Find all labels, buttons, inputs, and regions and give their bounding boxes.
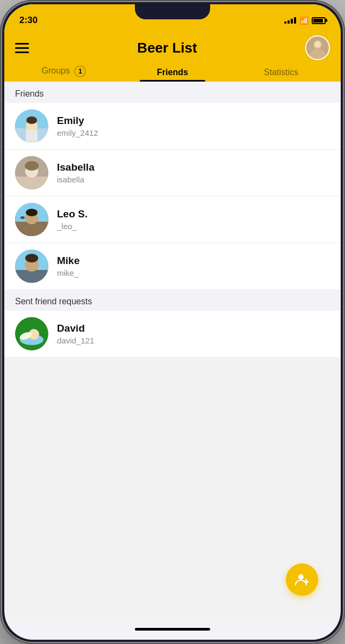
friend-info-leo: Leo S. _leo_ [57, 208, 330, 231]
phone-frame: 2:30 📶 [0, 0, 345, 644]
user-avatar[interactable] [305, 35, 330, 60]
tab-friends[interactable]: Friends [118, 62, 227, 82]
svg-rect-17 [20, 216, 25, 219]
home-bar [135, 628, 210, 631]
sent-requests-section-header: Sent friend requests [4, 289, 341, 311]
content-area: Friends [4, 82, 341, 618]
app-header: Beer List [4, 31, 341, 60]
avatar-mike [15, 250, 48, 283]
friend-item-leo[interactable]: Leo S. _leo_ [4, 196, 341, 243]
svg-point-16 [26, 209, 38, 216]
home-indicator [4, 618, 341, 640]
friend-item-emily[interactable]: Emily emily_2412 [4, 103, 341, 150]
wifi-icon: 📶 [299, 16, 308, 25]
battery-icon [312, 17, 326, 24]
phone-screen: 2:30 📶 [4, 4, 341, 640]
friend-info-david: David david_121 [57, 323, 330, 345]
friend-item-david[interactable]: David david_121 [4, 311, 341, 357]
app-title: Beer List [29, 40, 305, 56]
svg-rect-19 [15, 270, 48, 283]
status-icons: 📶 [284, 16, 326, 25]
svg-point-21 [25, 254, 38, 262]
friend-item-mike[interactable]: Mike mike_ [4, 243, 341, 289]
avatar-leo [15, 203, 48, 236]
friend-info-isabella: Isabella isabella [57, 162, 330, 184]
tab-groups[interactable]: Groups 1 [10, 60, 118, 82]
friend-username-leo: _leo_ [57, 222, 330, 231]
menu-button[interactable] [15, 43, 29, 53]
friend-name-emily: Emily [57, 115, 330, 127]
svg-point-8 [26, 116, 37, 124]
svg-point-3 [314, 41, 321, 48]
friends-list: Emily emily_2412 [4, 103, 341, 289]
friend-username-emily: emily_2412 [57, 128, 330, 137]
add-friend-fab[interactable] [286, 564, 318, 596]
friend-username-isabella: isabella [57, 175, 330, 184]
sent-requests-list: David david_121 [4, 311, 341, 357]
friend-name-leo: Leo S. [57, 208, 330, 220]
friend-username-david: david_121 [57, 336, 330, 345]
friend-info-emily: Emily emily_2412 [57, 115, 330, 137]
friend-item-isabella[interactable]: Isabella isabella [4, 150, 341, 196]
friend-info-mike: Mike mike_ [57, 255, 330, 277]
friend-name-mike: Mike [57, 255, 330, 267]
friend-username-mike: mike_ [57, 268, 330, 277]
svg-point-26 [298, 574, 304, 580]
notch [135, 4, 210, 19]
friend-name-isabella: Isabella [57, 162, 330, 173]
svg-point-12 [25, 161, 39, 171]
friends-section-header: Friends [4, 82, 341, 103]
avatar-isabella [15, 156, 48, 189]
signal-icon [284, 17, 296, 24]
tab-statistics[interactable]: Statistics [227, 62, 335, 82]
avatar-david [15, 317, 48, 350]
svg-rect-10 [15, 177, 48, 189]
tab-bar: Groups 1 Friends Statistics [4, 60, 341, 82]
svg-rect-7 [26, 130, 38, 143]
groups-badge: 1 [74, 65, 86, 77]
friend-name-david: David [57, 323, 330, 334]
add-person-icon [294, 572, 310, 587]
avatar-emily [15, 109, 48, 143]
status-time: 2:30 [19, 15, 38, 26]
